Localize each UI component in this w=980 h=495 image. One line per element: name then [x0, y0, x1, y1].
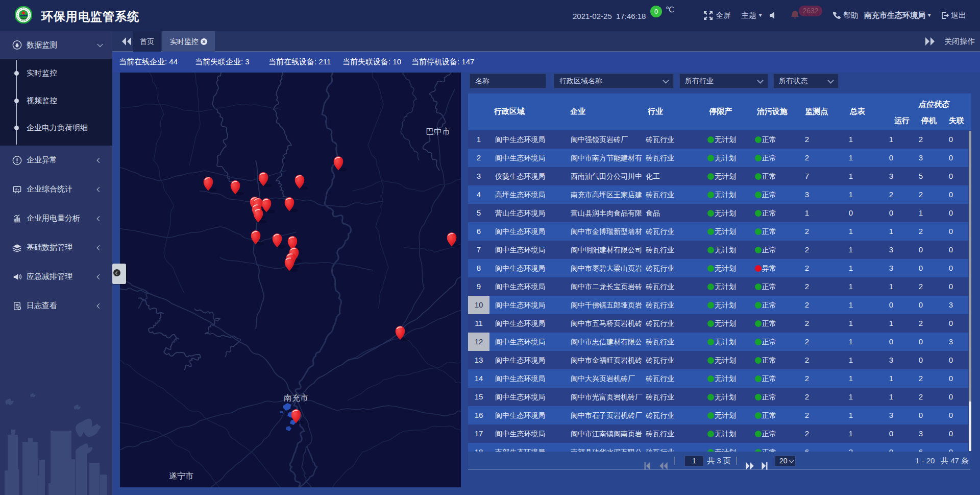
svg-text:遂宁市: 遂宁市 [169, 472, 193, 480]
svg-text:巴中市: 巴中市 [426, 127, 450, 136]
svg-text:南充市: 南充市 [284, 393, 308, 402]
